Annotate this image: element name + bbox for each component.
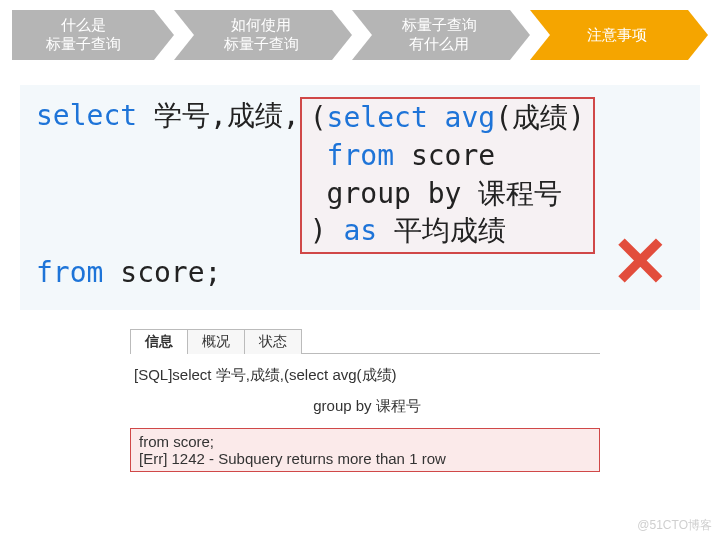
sql-keyword-select-avg: select avg <box>327 101 496 134</box>
output-groupby-line: group by 课程号 <box>134 397 600 416</box>
tab-profile[interactable]: 概况 <box>187 329 245 354</box>
crumb-text: 标量子查询 <box>402 16 477 35</box>
sql-table-outer: score; <box>103 256 221 289</box>
error-message-box: from score; [Err] 1242 - Subquery return… <box>130 428 600 472</box>
sql-columns: 学号,成绩, <box>137 99 300 132</box>
sql-keyword-as: as <box>327 214 378 247</box>
result-tabs: 信息 概况 状态 <box>130 328 600 354</box>
error-line-from: from score; <box>139 433 591 450</box>
tab-info[interactable]: 信息 <box>130 329 188 354</box>
sql-avg-arg: (成绩) <box>495 101 585 134</box>
error-x-icon: ✕ <box>611 215 670 310</box>
sql-keyword-from-outer: from <box>36 256 103 289</box>
crumb-text: 什么是 <box>61 16 106 35</box>
crumb-text: 有什么用 <box>409 35 469 54</box>
breadcrumb-nav: 什么是 标量子查询 如何使用 标量子查询 标量子查询 有什么用 注意事项 <box>12 10 708 60</box>
paren-close: ) <box>310 214 327 247</box>
crumb-text: 标量子查询 <box>46 35 121 54</box>
sql-group-by: group by 课程号 <box>310 177 563 210</box>
sql-keyword-select: select <box>36 99 137 132</box>
tab-status[interactable]: 状态 <box>244 329 302 354</box>
result-panel: 信息 概况 状态 [SQL]select 学号,成绩,(select avg(成… <box>130 328 600 472</box>
subquery-highlight-box: (select avg(成绩) from score group by 课程号 … <box>300 97 595 254</box>
breadcrumb-step-2[interactable]: 如何使用 标量子查询 <box>174 10 332 60</box>
sql-code-block: select 学号,成绩, (select avg(成绩) from score… <box>20 85 700 310</box>
sql-table: score <box>394 139 495 172</box>
output-sql-line: [SQL]select 学号,成绩,(select avg(成绩) <box>134 366 600 385</box>
crumb-text: 标量子查询 <box>224 35 299 54</box>
paren-open: ( <box>310 101 327 134</box>
watermark-text: @51CTO博客 <box>637 517 712 534</box>
breadcrumb-step-1[interactable]: 什么是 标量子查询 <box>12 10 154 60</box>
breadcrumb-step-4-active[interactable]: 注意事项 <box>530 10 688 60</box>
error-line-code: [Err] 1242 - Subquery returns more than … <box>139 450 591 467</box>
sql-alias: 平均成绩 <box>377 214 506 247</box>
crumb-text: 如何使用 <box>231 16 291 35</box>
crumb-text: 注意事项 <box>587 26 647 45</box>
breadcrumb-step-3[interactable]: 标量子查询 有什么用 <box>352 10 510 60</box>
sql-keyword-from: from <box>310 139 394 172</box>
